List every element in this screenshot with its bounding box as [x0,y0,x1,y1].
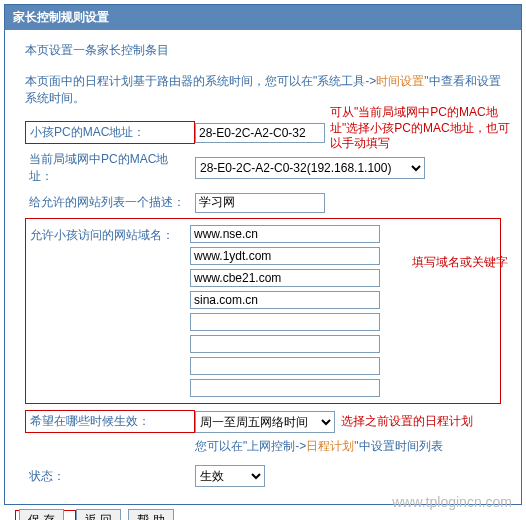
description-label: 给允许的网站列表一个描述： [25,192,195,213]
allowed-domains-label: 允许小孩访问的网站域名： [30,225,190,244]
back-button[interactable]: 返 回 [76,509,121,520]
allowed-domain-input-1[interactable] [190,247,380,265]
time-settings-link[interactable]: 时间设置 [376,74,424,88]
allowed-domain-input-4[interactable] [190,313,380,331]
watermark: www.tplogincn.com [392,494,512,510]
child-mac-input[interactable] [195,123,325,143]
schedule-plan-link[interactable]: 日程计划 [306,439,354,453]
lan-mac-select[interactable]: 28-E0-2C-A2-C0-32(192.168.1.100) [195,157,425,179]
settings-panel: 家长控制规则设置 本页设置一条家长控制条目 本页面中的日程计划基于路由器的系统时… [4,4,522,505]
description-row: 给允许的网站列表一个描述： [25,192,501,213]
allowed-domain-input-7[interactable] [190,379,380,397]
lan-mac-label: 当前局域网中PC的MAC地址： [25,149,195,187]
schedule-note: 您可以在"上网控制->日程计划"中设置时间列表 [195,438,501,455]
schedule-note-after: "中设置时间列表 [354,439,442,453]
allowed-domain-input-3[interactable] [190,291,380,309]
button-row: 保 存 返 回 帮 助 [15,509,522,520]
domain-annotation: 填写域名或关键字 [412,255,522,271]
schedule-annotation: 选择之前设置的日程计划 [341,413,473,430]
allowed-domain-input-5[interactable] [190,335,380,353]
allowed-row: 允许小孩访问的网站域名： [30,225,496,397]
schedule-label: 希望在哪些时候生效： [25,410,195,433]
status-label: 状态： [25,466,195,487]
intro-line1: 本页设置一条家长控制条目 [25,42,501,59]
panel-title: 家长控制规则设置 [5,5,521,30]
status-select[interactable]: 生效 [195,465,265,487]
help-button[interactable]: 帮 助 [128,509,173,520]
status-row: 状态： 生效 [25,465,501,487]
intro-line2-before: 本页面中的日程计划基于路由器的系统时间，您可以在"系统工具-> [25,74,376,88]
allowed-domain-input-2[interactable] [190,269,380,287]
allowed-inputs-group [190,225,380,397]
schedule-note-before: 您可以在"上网控制-> [195,439,306,453]
allowed-domain-input-6[interactable] [190,357,380,375]
allowed-domains-section: 允许小孩访问的网站域名： [25,218,501,404]
allowed-domain-input-0[interactable] [190,225,380,243]
save-button[interactable]: 保 存 [19,509,64,520]
child-mac-label: 小孩PC的MAC地址： [25,121,195,144]
description-input[interactable] [195,193,325,213]
intro-line2: 本页面中的日程计划基于路由器的系统时间，您可以在"系统工具->时间设置"中查看和… [25,73,501,107]
save-highlight: 保 存 [15,510,76,520]
lan-mac-row: 当前局域网中PC的MAC地址： 28-E0-2C-A2-C0-32(192.16… [25,149,501,187]
schedule-row: 希望在哪些时候生效： 周一至周五网络时间 选择之前设置的日程计划 [25,410,501,433]
schedule-select[interactable]: 周一至周五网络时间 [195,411,335,433]
mac-annotation: 可从"当前局域网中PC的MAC地址"选择小孩PC的MAC地址，也可以手动填写 [330,105,520,152]
panel-body: 本页设置一条家长控制条目 本页面中的日程计划基于路由器的系统时间，您可以在"系统… [5,30,521,504]
